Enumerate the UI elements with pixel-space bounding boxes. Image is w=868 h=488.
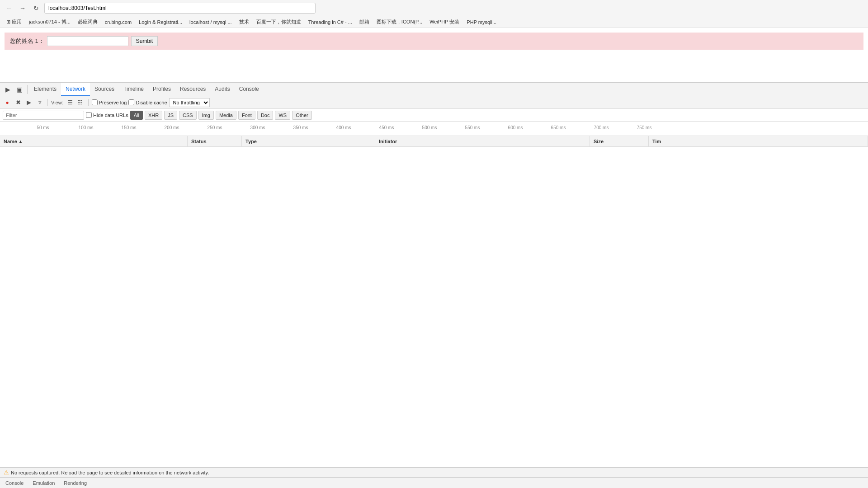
filter-font-button[interactable]: Font: [238, 111, 255, 120]
tick-400ms: 400 ms: [336, 125, 351, 130]
bookmark-login[interactable]: Login & Registrati...: [136, 19, 185, 26]
filter-button[interactable]: ▿: [35, 98, 44, 107]
large-view-button[interactable]: ☷: [76, 98, 85, 107]
col-type-label: Type: [245, 139, 257, 144]
filter-xhr-button[interactable]: XHR: [145, 111, 162, 120]
bookmark-email[interactable]: 邮箱: [357, 18, 372, 26]
tick-750ms: 750 ms: [637, 125, 652, 130]
capture-button[interactable]: ▶: [24, 98, 33, 107]
tick-650ms: 650 ms: [551, 125, 566, 130]
tab-audits[interactable]: Audits: [210, 83, 234, 96]
filter-bar: Hide data URLs All XHR JS CSS Img Media …: [0, 109, 868, 122]
preserve-log-label[interactable]: Preserve log: [92, 99, 127, 105]
filter-ws-button[interactable]: WS: [275, 111, 290, 120]
bookmark-weiphp[interactable]: WeiPHP 安装: [427, 18, 462, 26]
tab-elements[interactable]: Elements: [29, 83, 61, 96]
tick-300ms: 300 ms: [250, 125, 265, 130]
bookmark-tech[interactable]: 技术: [236, 18, 252, 26]
hide-data-urls-checkbox[interactable]: [86, 112, 92, 118]
bookmark-icon[interactable]: 图标下载，ICON(P...: [374, 18, 425, 26]
address-bar[interactable]: [44, 3, 316, 14]
bookmark-jackson[interactable]: jackson0714 - 博...: [26, 18, 73, 26]
preserve-log-checkbox[interactable]: [92, 99, 98, 105]
warning-icon: ⚠: [4, 469, 9, 476]
filter-img-button[interactable]: Img: [198, 111, 214, 120]
nav-refresh-button[interactable]: ↻: [31, 3, 42, 14]
bottom-tabs: Console Emulation Rendering: [0, 477, 868, 488]
devtools-inspect-icon[interactable]: ▶: [2, 84, 14, 95]
view-label: View:: [51, 100, 63, 105]
col-size[interactable]: Size: [590, 136, 649, 146]
bookmark-phpmysql[interactable]: PHP mysqli...: [464, 19, 499, 26]
disable-cache-label[interactable]: Disable cache: [128, 99, 167, 105]
filter-js-button[interactable]: JS: [164, 111, 177, 120]
col-type[interactable]: Type: [242, 136, 375, 146]
filter-all-button[interactable]: All: [130, 111, 143, 120]
nav-forward-button[interactable]: →: [17, 3, 28, 14]
tick-700ms: 700 ms: [594, 125, 609, 130]
bookmarks-bar: ⊞ 应用 jackson0714 - 博... 必应词典 cn.bing.com…: [0, 16, 868, 28]
form-submit-button[interactable]: Sumbit: [131, 36, 158, 46]
filter-media-button[interactable]: Media: [216, 111, 236, 120]
tab-profiles[interactable]: Profiles: [148, 83, 175, 96]
page-content: 您的姓名 1： Sumbit: [0, 28, 868, 82]
tabs-separator: [27, 85, 28, 94]
col-name-label: Name: [4, 139, 17, 144]
tick-450ms: 450 ms: [379, 125, 394, 130]
form-label: 您的姓名 1：: [10, 37, 44, 45]
col-size-label: Size: [594, 139, 604, 144]
col-initiator-label: Initiator: [379, 139, 397, 144]
bookmark-apps[interactable]: ⊞ 应用: [4, 18, 24, 26]
form-name-input[interactable]: [47, 36, 128, 46]
filter-doc-button[interactable]: Doc: [257, 111, 274, 120]
col-status-label: Status: [191, 139, 207, 144]
tick-550ms: 550 ms: [465, 125, 480, 130]
col-initiator[interactable]: Initiator: [375, 136, 590, 146]
col-status[interactable]: Status: [188, 136, 242, 146]
bookmark-bingdict[interactable]: 必应词典: [75, 18, 100, 26]
list-view-button[interactable]: ☰: [66, 98, 75, 107]
tick-600ms: 600 ms: [508, 125, 523, 130]
tab-resources[interactable]: Resources: [175, 83, 210, 96]
nav-back-button[interactable]: ←: [4, 3, 14, 14]
bookmark-threading[interactable]: Threading in C# - ...: [306, 19, 355, 26]
tab-timeline[interactable]: Timeline: [119, 83, 148, 96]
tick-150ms: 150 ms: [122, 125, 137, 130]
devtools-statusbar: ⚠ No requests captured. Reload the page …: [0, 467, 868, 477]
bookmark-bing[interactable]: cn.bing.com: [102, 19, 134, 26]
sort-arrow-icon: ▲: [19, 139, 23, 144]
col-name[interactable]: Name ▲: [0, 136, 188, 146]
record-button[interactable]: ●: [3, 98, 12, 107]
devtools-tabs-bar: ▶ ▣ Elements Network Sources Timeline Pr…: [0, 83, 868, 96]
bottom-tab-console[interactable]: Console: [4, 479, 25, 487]
bookmark-mysql[interactable]: localhost / mysql ...: [187, 19, 235, 26]
timeline-ruler: 50 ms 100 ms 150 ms 200 ms 250 ms 300 ms…: [0, 122, 868, 136]
tab-sources[interactable]: Sources: [90, 83, 119, 96]
network-toolbar: ● ✖ ▶ ▿ View: ☰ ☷ Preserve log Disable c…: [0, 96, 868, 109]
tab-console[interactable]: Console: [235, 83, 264, 96]
disable-cache-text: Disable cache: [136, 100, 167, 105]
throttle-select[interactable]: No throttling: [169, 98, 210, 107]
filter-other-button[interactable]: Other: [292, 111, 312, 120]
bottom-tab-emulation[interactable]: Emulation: [31, 479, 57, 487]
clear-button[interactable]: ✖: [14, 98, 23, 107]
tick-100ms: 100 ms: [79, 125, 94, 130]
tick-500ms: 500 ms: [422, 125, 437, 130]
preserve-log-text: Preserve log: [99, 100, 127, 105]
tab-network[interactable]: Network: [61, 83, 90, 96]
network-table-header: Name ▲ Status Type Initiator Size Tim: [0, 136, 868, 147]
hide-data-urls-label[interactable]: Hide data URLs: [86, 112, 128, 118]
filter-input[interactable]: [3, 111, 84, 120]
filter-css-button[interactable]: CSS: [179, 111, 197, 120]
bookmark-baidu[interactable]: 百度一下，你就知道: [254, 18, 304, 26]
browser-toolbar: ← → ↻: [0, 0, 868, 16]
bottom-tab-rendering[interactable]: Rendering: [62, 479, 89, 487]
network-table-body: [0, 147, 868, 467]
devtools-mobile-icon[interactable]: ▣: [14, 84, 25, 95]
statusbar-message: No requests captured. Reload the page to…: [11, 470, 209, 475]
toolbar-sep2: [88, 99, 89, 106]
disable-cache-checkbox[interactable]: [128, 99, 134, 105]
col-time[interactable]: Tim: [649, 136, 868, 146]
form-row: 您的姓名 1： Sumbit: [5, 33, 863, 50]
view-buttons: ☰ ☷: [66, 98, 85, 107]
